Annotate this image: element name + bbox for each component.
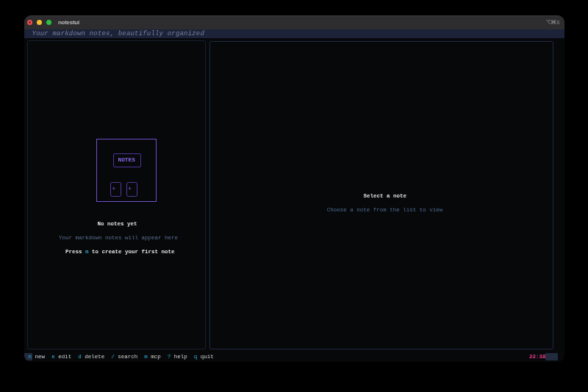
- svg-text:6: 6: [557, 20, 560, 24]
